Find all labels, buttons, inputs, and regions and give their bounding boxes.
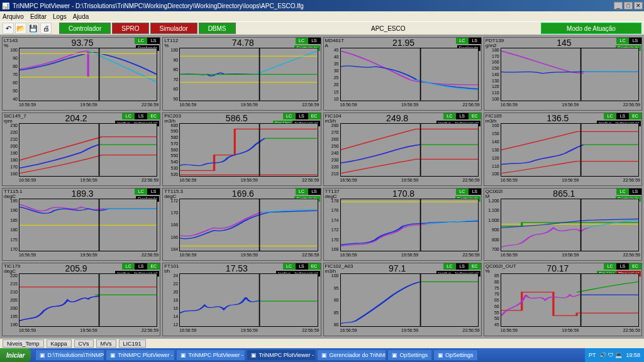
plot-PIC203[interactable]: PIC203m3/h 586.5 LCLSEC Em UsoIndisponív… [162, 112, 321, 186]
start-button[interactable]: Iniciar [0, 348, 31, 362]
y-axis: 160150140130120110100 [486, 123, 501, 177]
plot-area[interactable] [501, 48, 639, 101]
badge-ec: EC [469, 113, 481, 119]
task-item[interactable]: ▣D:\Trisolutions\TriNMPC\... [35, 349, 104, 361]
task-item[interactable]: ▣Gerenciador do TriNMPC [317, 349, 386, 361]
plot-QC002I_OUT[interactable]: QC002I_OUT% 70.17 LCLSEC Em UsoDisponíve… [484, 263, 642, 336]
y-axis: 10095908580 [325, 273, 340, 327]
plot-tag-label: LT143% [3, 38, 30, 47]
print-icon[interactable]: 🖨 [40, 23, 52, 34]
task-item[interactable]: ▣TriNMPC PlotViewer - ... [247, 349, 316, 361]
plot-LT143[interactable]: LT143% 93.75 LCLS Desligada 100908070605… [2, 37, 160, 111]
x-axis: 16:56:5919:56:5922:56:59 [340, 178, 480, 184]
task-item[interactable]: ▣TriNMPC PlotViewer - D:\... [106, 349, 175, 361]
lang-indicator[interactable]: PT [589, 352, 596, 358]
plot-TT137[interactable]: TT137degC 170.8 LCLS Controlada 17817617… [323, 188, 482, 261]
x-axis: 16:56:5919:56:5922:56:59 [179, 178, 319, 184]
plot-MD461T[interactable]: MD461TA 21.95 LCLS Desligada 45403530252… [323, 37, 482, 111]
badge-lc: LC [122, 113, 135, 119]
y-axis: 4540353025201510 [325, 48, 340, 101]
plot-value: 93.75 [30, 38, 135, 47]
plot-area[interactable] [19, 123, 157, 177]
plot-FIC102_A03[interactable]: FIC102_A03m3/h 97.1 LCLSEC InativaIndisp… [323, 263, 482, 336]
plot-area[interactable] [19, 48, 157, 101]
plot-area[interactable] [179, 273, 318, 327]
plot-PDT139[interactable]: PDT139g/m2 145 LCLS Controlada 180170160… [484, 37, 642, 111]
badge-lc: LC [443, 113, 456, 119]
menu-arquivo[interactable]: Arquivo [3, 13, 24, 20]
plot-area[interactable] [179, 123, 318, 177]
plot-area[interactable] [501, 123, 639, 177]
tray-icons[interactable]: 🔊 🛡 💻 [599, 352, 622, 358]
plot-area[interactable] [19, 199, 157, 252]
maximize-button[interactable]: □ [624, 2, 633, 9]
plot-SIC145_7[interactable]: SIC145_7rpm 204.2 LCLSEC InativaIndispon… [2, 112, 160, 186]
menu-editar[interactable]: Editar [30, 13, 47, 20]
close-button[interactable]: ✕ [634, 2, 643, 9]
badge-ls: LS [135, 113, 147, 119]
bottom-tab-bar: Niveis_TempKappaCVsMVsLIC191 [0, 338, 644, 348]
plot-value: 204.2 [30, 113, 122, 122]
x-axis: 16:56:5919:56:5922:56:59 [340, 102, 480, 109]
plot-TT115.1[interactable]: TT115.1degC 189.3 LCLS Desligada 1951901… [2, 188, 160, 261]
plot-value: 586.5 [191, 113, 282, 122]
task-item[interactable]: ▣TriNMPC PlotViewer - D:\... [176, 349, 245, 361]
plot-area[interactable] [179, 48, 318, 101]
bottom-tab-cvs[interactable]: CVs [74, 339, 94, 348]
bottom-tab-niveis_temp[interactable]: Niveis_Temp [3, 339, 44, 348]
plot-value: 170.8 [352, 189, 456, 197]
plot-area[interactable] [340, 48, 479, 101]
tab-spro[interactable]: SPRO [112, 23, 148, 34]
plot-area[interactable] [501, 273, 639, 327]
plot-QC002I[interactable]: QC002IM 865.1 LCLS Controlada 1.2001.100… [484, 188, 642, 261]
plot-value: 189.3 [30, 189, 135, 197]
badge-ls: LS [147, 38, 160, 44]
plot-TIC179[interactable]: TIC179degC 205.9 LCLSEC InativaIndisponí… [2, 263, 160, 336]
badge-lc: LC [135, 189, 147, 195]
task-item[interactable]: ▣OpSettings [433, 349, 478, 361]
plot-value: 136.5 [512, 113, 604, 122]
plot-area[interactable] [340, 123, 479, 177]
save-icon[interactable]: 💾 [28, 23, 39, 34]
badge-ec: EC [469, 263, 481, 270]
plot-value: 205.9 [30, 263, 122, 272]
system-tray[interactable]: PT 🔊 🛡 💻 19:58 [585, 348, 644, 362]
task-item[interactable]: ▣OpSettings [387, 349, 432, 361]
y-axis: 178176174172170168 [325, 199, 340, 252]
plot-area[interactable] [501, 199, 639, 252]
plot-TT115.3[interactable]: TT115.3degC 169.6 LCLS Controlada 172170… [162, 188, 321, 261]
badge-ls: LS [147, 189, 160, 195]
plot-FT101[interactable]: FT101t/h 17.53 LCLSEC InativaIndisponíve… [162, 263, 321, 336]
plot-area[interactable] [179, 199, 318, 252]
menu-ajuda[interactable]: Ajuda [73, 13, 89, 20]
plot-area[interactable] [340, 273, 479, 327]
plot-area[interactable] [340, 199, 479, 252]
plot-LT112[interactable]: LT112% 74.78 LCLS Controlada 10090807060… [162, 37, 321, 111]
plot-FIC185[interactable]: FIC185m3/h 136.5 LCLSEC InativaIndisponí… [484, 112, 642, 186]
plot-tag-label: PDT139g/m2 [484, 38, 512, 47]
badge-ec: EC [147, 113, 160, 119]
menu-logs[interactable]: Logs [53, 13, 67, 20]
plot-area[interactable] [19, 273, 157, 327]
y-axis: 858075706560555045 [486, 273, 501, 327]
bottom-tab-lic191[interactable]: LIC191 [119, 339, 146, 348]
badge-ls: LS [629, 189, 641, 195]
plot-FIC104[interactable]: FIC104m3/h 249.8 LCLSEC InativaIndisponí… [323, 112, 482, 186]
modo-atuacao-button[interactable]: Modo de Atuação [541, 23, 641, 34]
badge-lc: LC [616, 38, 629, 44]
plot-tag-label: LT112% [163, 38, 191, 47]
undo-icon[interactable]: ↶ [3, 23, 14, 34]
tab-controlador[interactable]: Controlador [59, 23, 111, 34]
badge-ls: LS [296, 263, 308, 270]
bottom-tab-kappa[interactable]: Kappa [47, 339, 72, 348]
open-icon[interactable]: 📂 [15, 23, 26, 34]
minimize-button[interactable]: _ [614, 2, 623, 9]
y-axis: 24222018161412 [164, 273, 179, 327]
clock[interactable]: 19:58 [626, 352, 640, 358]
badge-lc: LC [135, 38, 147, 44]
tab-simulador[interactable]: Simulador [150, 23, 197, 34]
tab-dbms[interactable]: DBMS [199, 23, 236, 34]
y-axis: 172170168166164 [164, 199, 179, 252]
app-icon: 📊 [1, 1, 10, 10]
bottom-tab-mvs[interactable]: MVs [96, 339, 116, 348]
